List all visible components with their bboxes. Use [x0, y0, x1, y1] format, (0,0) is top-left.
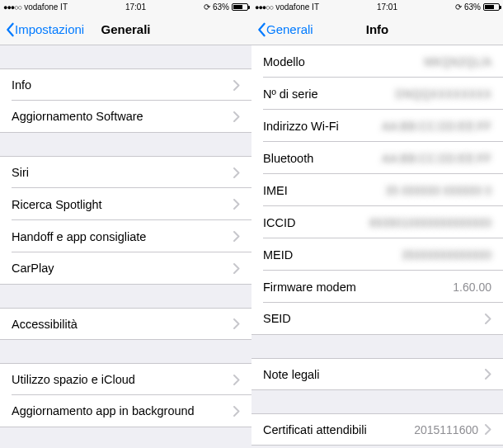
- screen-general: ●●●○○ vodafone IT 17:01 ⟳ 63% Impostazio…: [0, 0, 252, 448]
- chevron-right-icon: [233, 80, 240, 91]
- battery-pct: 63%: [464, 2, 481, 12]
- chevron-right-icon: [233, 406, 240, 417]
- clock: 17:01: [125, 2, 146, 12]
- status-bar: ●●●○○ vodafone IT 17:01 ⟳ 63%: [0, 0, 252, 14]
- chevron-right-icon: [485, 424, 491, 435]
- nav-title: Info: [366, 22, 389, 36]
- cell-spotlight[interactable]: Ricerca Spotlight: [0, 188, 252, 220]
- rotation-lock-icon: ⟳: [455, 2, 462, 12]
- signal-dots-icon: ●●●○○: [255, 3, 273, 12]
- carrier-label: vodafone IT: [275, 2, 319, 12]
- row-meid: MEID 35000000000000: [252, 238, 503, 271]
- back-button[interactable]: Generali: [252, 22, 313, 37]
- status-bar: ●●●○○ vodafone IT 17:01 ⟳ 63%: [252, 0, 503, 14]
- clock: 17:01: [377, 2, 397, 12]
- row-wifi-address: Indirizzo Wi-Fi AA:BB:CC:DD:EE:FF: [252, 110, 503, 142]
- cell-storage-icloud[interactable]: Utilizzo spazio e iCloud: [0, 363, 252, 395]
- battery-icon: [232, 3, 248, 11]
- nav-bar: Impostazioni Generali: [0, 14, 252, 45]
- battery-pct: 63%: [213, 2, 229, 12]
- chevron-right-icon: [485, 369, 491, 380]
- cell-handoff[interactable]: Handoff e app consigliate: [0, 220, 252, 252]
- chevron-right-icon: [485, 314, 491, 324]
- row-modem-firmware: Firmware modem 1.60.00: [252, 271, 503, 303]
- back-label: Generali: [266, 22, 313, 36]
- chevron-right-icon: [233, 375, 240, 385]
- carrier-label: vodafone IT: [24, 2, 68, 12]
- cell-siri[interactable]: Siri: [0, 156, 252, 188]
- row-trusted-certs[interactable]: Certificati attendibili 2015111600: [252, 413, 503, 446]
- cell-background-refresh[interactable]: Aggiornamento app in background: [0, 395, 252, 427]
- cell-software-update[interactable]: Aggiornamento Software: [0, 101, 252, 133]
- chevron-right-icon: [233, 318, 240, 329]
- row-legal[interactable]: Note legali: [252, 358, 503, 390]
- chevron-right-icon: [233, 199, 240, 210]
- cell-info[interactable]: Info: [0, 68, 252, 101]
- back-label: Impostazioni: [15, 22, 84, 36]
- row-seid[interactable]: SEID: [252, 303, 503, 335]
- nav-title: Generali: [101, 22, 150, 36]
- row-imei: IMEI 35 000000 000000 0: [252, 174, 503, 206]
- chevron-right-icon: [233, 167, 240, 178]
- row-model: Modello MKQN2QL/A: [252, 45, 503, 78]
- chevron-right-icon: [233, 111, 240, 122]
- rotation-lock-icon: ⟳: [204, 2, 210, 12]
- row-iccid: ICCID 8939010000000000000: [252, 206, 503, 238]
- signal-dots-icon: ●●●○○: [3, 3, 21, 12]
- screen-info: ●●●○○ vodafone IT 17:01 ⟳ 63% Generali I…: [252, 0, 503, 448]
- chevron-right-icon: [233, 231, 240, 242]
- row-serial: Nº di serie DNQQXXXXXXXX: [252, 78, 503, 110]
- back-button[interactable]: Impostazioni: [0, 22, 84, 37]
- cell-accessibility[interactable]: Accessibilità: [0, 308, 252, 340]
- cell-carplay[interactable]: CarPlay: [0, 252, 252, 285]
- battery-icon: [483, 3, 500, 11]
- nav-bar: Generali Info: [252, 14, 503, 45]
- chevron-left-icon: [5, 22, 15, 37]
- chevron-right-icon: [233, 263, 240, 274]
- row-bluetooth: Bluetooth AA:BB:CC:DD:EE:FF: [252, 142, 503, 174]
- chevron-left-icon: [256, 22, 266, 37]
- info-list: Modello MKQN2QL/A Nº di serie DNQQXXXXXX…: [252, 45, 503, 448]
- settings-list: Info Aggiornamento Software Siri Ricerca…: [0, 45, 252, 448]
